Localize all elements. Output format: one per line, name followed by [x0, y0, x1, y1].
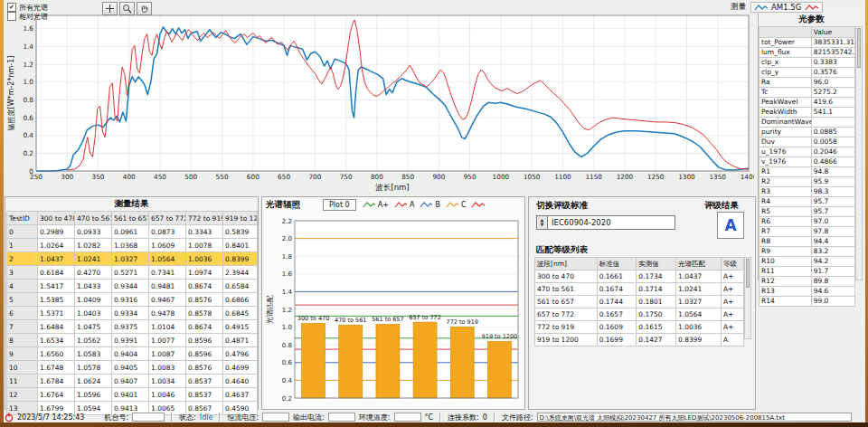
scrollbar-thumb[interactable]: [746, 259, 750, 288]
grade-legend-item-C[interactable]: C: [446, 201, 467, 209]
table-cell[interactable]: 1.0046: [149, 388, 186, 402]
table-cell[interactable]: 0.8674: [186, 280, 223, 293]
table-cell[interactable]: 1.0609: [149, 239, 186, 252]
table-cell[interactable]: 0.6866: [223, 293, 258, 307]
table-cell[interactable]: 1.0282: [75, 239, 112, 252]
grade-legend-item-A+[interactable]: A+: [363, 201, 389, 209]
table-cell[interactable]: 1.0578: [75, 361, 112, 375]
grade-scrollbar[interactable]: [744, 257, 751, 339]
table-cell[interactable]: 0.8576: [186, 293, 223, 307]
table-cell[interactable]: 0.8537: [186, 388, 223, 402]
table-cell[interactable]: 0.9404: [112, 347, 149, 361]
table-cell[interactable]: 1.0368: [112, 239, 149, 252]
table-cell[interactable]: 1.0087: [149, 347, 186, 361]
table-cell[interactable]: 2.3944: [223, 266, 258, 280]
table-cell[interactable]: 0.6584: [223, 280, 258, 293]
result-row[interactable]: 21.04371.02411.03271.05641.00360.8399: [7, 252, 258, 266]
scrollbar-thumb[interactable]: [857, 28, 861, 68]
result-row[interactable]: 61.53711.04030.93340.94780.85780.6845: [7, 307, 258, 320]
table-cell[interactable]: 0.9375: [112, 320, 149, 334]
table-cell[interactable]: 0.9401: [112, 388, 149, 402]
table-cell[interactable]: 1.6748: [38, 361, 75, 375]
band-match-chart[interactable]: 0.20.40.60.81.01.21.41.61.82.02.2300 to …: [264, 212, 524, 407]
result-row[interactable]: 00.29890.09330.09610.08730.33430.5839: [7, 225, 258, 239]
table-cell[interactable]: 1.0624: [75, 375, 112, 388]
table-cell[interactable]: 0.9344: [112, 280, 149, 293]
table-cell[interactable]: 8: [7, 334, 38, 347]
result-row[interactable]: 91.65601.05830.94041.00870.85960.4796: [7, 347, 258, 361]
power-icon[interactable]: [5, 413, 14, 422]
all-spectra-checkbox[interactable]: 所有光谱: [7, 3, 48, 12]
table-cell[interactable]: 1.0078: [186, 239, 223, 252]
table-cell[interactable]: 1.0077: [149, 334, 186, 347]
table-cell[interactable]: 1.0327: [112, 252, 149, 266]
table-cell[interactable]: 0.8537: [186, 375, 223, 388]
table-cell[interactable]: 0.4640: [223, 375, 258, 388]
table-cell[interactable]: 7: [7, 320, 38, 334]
table-cell[interactable]: 1.5385: [38, 293, 75, 307]
table-cell[interactable]: 0.4796: [223, 347, 258, 361]
table-cell[interactable]: 0.3343: [186, 225, 223, 239]
table-cell[interactable]: 1.0403: [75, 307, 112, 320]
plot-tab[interactable]: Plot 0: [323, 199, 356, 211]
output-current-field[interactable]: [328, 413, 355, 422]
table-cell[interactable]: 1.0036: [186, 252, 223, 266]
table-cell[interactable]: 2: [7, 252, 38, 266]
table-cell[interactable]: 0.0933: [75, 225, 112, 239]
table-cell[interactable]: 0.0873: [149, 225, 186, 239]
spinner-arrows-icon[interactable]: ▲▼: [536, 215, 548, 230]
table-cell[interactable]: 1.0562: [75, 334, 112, 347]
table-cell[interactable]: 11: [7, 375, 38, 388]
table-cell[interactable]: 1.0034: [149, 375, 186, 388]
table-cell[interactable]: 1.6484: [38, 320, 75, 334]
table-cell[interactable]: 1.6534: [38, 334, 75, 347]
table-cell[interactable]: 0.2989: [38, 225, 75, 239]
table-cell[interactable]: 0.8596: [186, 347, 223, 361]
table-cell[interactable]: 9: [7, 347, 38, 361]
table-cell[interactable]: 1.5371: [38, 307, 75, 320]
table-cell[interactable]: 0.8596: [186, 334, 223, 347]
relative-spectrum-checkbox[interactable]: 相对光谱: [7, 12, 48, 21]
zoom-button[interactable]: [119, 2, 135, 15]
spectrum-chart[interactable]: 2503003504004505005506006507007508008509…: [5, 13, 754, 194]
table-cell[interactable]: 4: [7, 280, 38, 293]
standard-selector[interactable]: ▲▼ IEC60904-2020: [536, 215, 675, 230]
table-cell[interactable]: 0.9334: [112, 307, 149, 320]
grade-legend-item-B[interactable]: B: [420, 201, 440, 209]
table-cell[interactable]: 1.0083: [149, 361, 186, 375]
table-cell[interactable]: 0.7341: [149, 266, 186, 280]
table-cell[interactable]: 1.0264: [38, 239, 75, 252]
table-cell[interactable]: 1.6560: [38, 347, 75, 361]
table-cell[interactable]: 0.4270: [75, 266, 112, 280]
table-cell[interactable]: 0.9391: [112, 334, 149, 347]
result-row[interactable]: 30.61840.42700.52710.73411.09742.3944: [7, 266, 258, 280]
table-cell[interactable]: 1.0583: [75, 347, 112, 361]
result-row[interactable]: 111.67841.06240.94071.00340.85370.4640: [7, 375, 258, 388]
params-scrollbar[interactable]: [855, 26, 863, 280]
table-cell[interactable]: 0.9467: [149, 293, 186, 307]
table-cell[interactable]: 0.4871: [223, 334, 258, 347]
legend-item[interactable]: [805, 4, 819, 12]
table-cell[interactable]: 1.0104: [149, 320, 186, 334]
table-cell[interactable]: 1.6764: [38, 388, 75, 402]
table-cell[interactable]: 1.0241: [75, 252, 112, 266]
table-cell[interactable]: 0.9478: [149, 307, 186, 320]
table-cell[interactable]: 10: [7, 361, 38, 375]
table-cell[interactable]: 0.0961: [112, 225, 149, 239]
table-cell[interactable]: 0.8576: [186, 361, 223, 375]
table-cell[interactable]: 1.0437: [38, 252, 75, 266]
table-cell[interactable]: 5: [7, 293, 38, 307]
table-cell[interactable]: 0.8401: [223, 239, 258, 252]
table-cell[interactable]: 1.0596: [75, 388, 112, 402]
table-cell[interactable]: 0.4915: [223, 320, 258, 334]
cursor-cross-button[interactable]: [102, 2, 118, 15]
table-cell[interactable]: 3: [7, 266, 38, 280]
table-cell[interactable]: 0.4637: [223, 388, 258, 402]
table-cell[interactable]: 0.9481: [149, 280, 186, 293]
result-row[interactable]: 11.02641.02821.03681.06091.00780.8401: [7, 239, 258, 252]
table-cell[interactable]: 0.8674: [186, 320, 223, 334]
table-cell[interactable]: 0.8399: [223, 252, 258, 266]
result-row[interactable]: 41.54171.04330.93440.94810.86740.6584: [7, 280, 258, 293]
table-cell[interactable]: 1.0475: [75, 320, 112, 334]
result-row[interactable]: 71.64841.04750.93751.01040.86740.4915: [7, 320, 258, 334]
